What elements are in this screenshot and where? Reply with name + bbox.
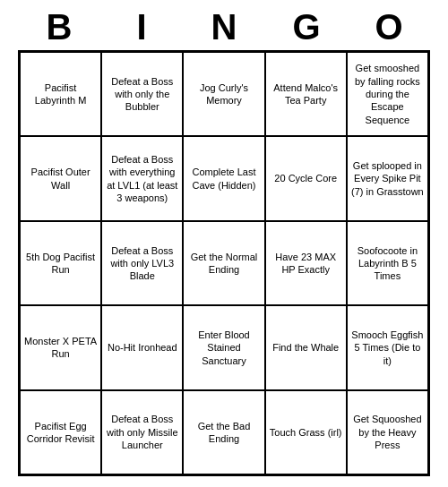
bingo-cell-13: Have 23 MAX HP Exactly <box>265 221 347 305</box>
bingo-cell-2: Jog Curly's Memory <box>183 52 264 136</box>
bingo-cell-17: Enter Blood Stained Sanctuary <box>183 305 264 389</box>
bingo-letter: I <box>102 7 181 47</box>
bingo-cell-0: Pacifist Labyrinth M <box>20 52 101 136</box>
bingo-cell-16: No-Hit Ironhead <box>101 305 183 389</box>
bingo-cell-1: Defeat a Boss with only the Bubbler <box>101 52 183 136</box>
bingo-cell-19: Smooch Eggfish 5 Times (Die to it) <box>347 305 428 389</box>
bingo-cell-24: Get Squooshed by the Heavy Press <box>347 390 428 474</box>
bingo-cell-6: Defeat a Boss with everything at LVL1 (a… <box>101 136 183 220</box>
bingo-cell-3: Attend Malco's Tea Party <box>265 52 347 136</box>
bingo-cell-12: Get the Normal Ending <box>183 221 264 305</box>
bingo-cell-8: 20 Cycle Core <box>265 136 347 220</box>
bingo-header: BINGO <box>18 7 430 47</box>
bingo-cell-20: Pacifist Egg Corridor Revisit <box>20 390 101 474</box>
bingo-cell-9: Get splooped in Every Spike Pit (7) in G… <box>347 136 428 220</box>
bingo-letter: N <box>185 7 263 47</box>
bingo-letter: B <box>20 7 99 47</box>
bingo-cell-5: Pacifist Outer Wall <box>20 136 101 220</box>
bingo-cell-7: Complete Last Cave (Hidden) <box>183 136 264 220</box>
bingo-cell-4: Get smooshed by falling rocks during the… <box>347 52 428 136</box>
bingo-cell-21: Defeat a Boss with only Missile Launcher <box>101 390 183 474</box>
bingo-grid: Pacifist Labyrinth MDefeat a Boss with o… <box>18 50 430 476</box>
bingo-cell-22: Get the Bad Ending <box>183 390 264 474</box>
bingo-cell-23: Touch Grass (irl) <box>265 390 347 474</box>
bingo-letter: O <box>349 7 428 47</box>
bingo-cell-11: Defeat a Boss with only LVL3 Blade <box>101 221 183 305</box>
bingo-cell-15: Monster X PETA Run <box>20 305 101 389</box>
bingo-letter: G <box>267 7 346 47</box>
bingo-cell-10: 5th Dog Pacifist Run <box>20 221 101 305</box>
bingo-cell-18: Find the Whale <box>265 305 347 389</box>
bingo-cell-14: Soofocoote in Labyrinth B 5 Times <box>347 221 428 305</box>
